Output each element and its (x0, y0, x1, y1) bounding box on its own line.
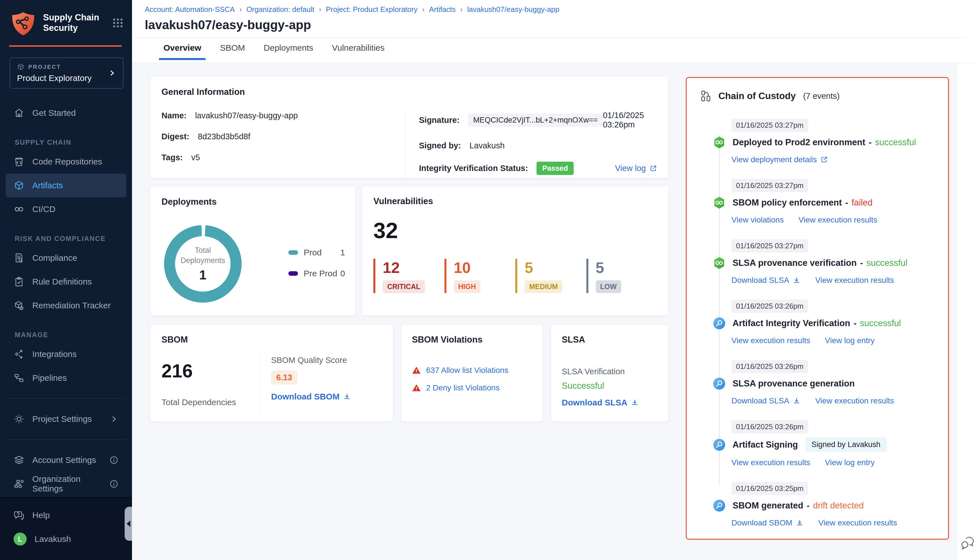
tab-overview[interactable]: Overview (164, 43, 201, 60)
app-switcher-grid-icon[interactable] (112, 17, 124, 28)
home-icon (13, 108, 24, 118)
hierarchy-icon (700, 90, 712, 102)
brand-accent-divider (9, 45, 122, 47)
download-slsa-link[interactable]: Download SLSA (732, 276, 800, 285)
view-log-link[interactable]: View log (615, 163, 657, 173)
card-title: SBOM (162, 335, 382, 345)
view-execution-results-link[interactable]: View execution results (819, 518, 897, 527)
chat-support-icon[interactable] (959, 535, 975, 550)
view-execution-results-link[interactable]: View execution results (799, 215, 877, 225)
info-icon[interactable] (109, 479, 119, 488)
event-title: Deployed to Prod2 environment (733, 137, 865, 148)
sbom-quality-score-label: SBOM Quality Score (271, 356, 351, 365)
app-root: Supply Chain Security PROJECT (0, 0, 979, 560)
signature-value: MEQCICde2VjIT...bL+2+mqnOXw== (468, 113, 603, 127)
sbom-total-dependencies: 216 (162, 360, 259, 382)
remediation-tracker-icon (13, 300, 24, 311)
sidebar-section-manage: MANAGE (15, 331, 132, 339)
allow-list-violations-link[interactable]: 637 Allow list Violations (426, 366, 508, 375)
signed-by-value: Lavakush (469, 141, 505, 150)
breadcrumb-project[interactable]: Project: Product Exploratory (326, 5, 418, 14)
breadcrumb: Account: Automation-SSCA › Organization:… (132, 0, 979, 14)
sidebar-item-project-settings[interactable]: Project Settings (6, 407, 126, 431)
info-icon[interactable] (109, 455, 119, 465)
slsa-verification-status: Successful (562, 381, 658, 391)
digest-label: Digest: (162, 132, 189, 141)
sidebar-divider (6, 439, 126, 440)
right-gutter (957, 63, 979, 560)
sidebar-item-rule-definitions[interactable]: Rule Definitions (6, 270, 126, 293)
warning-icon (412, 383, 421, 392)
collapse-arrow-icon (127, 521, 130, 527)
event-timestamp: 01/16/2025 03:26pm (732, 420, 808, 433)
view-execution-results-link[interactable]: View execution results (815, 397, 894, 405)
donut-total: 1 (199, 267, 207, 283)
sidebar-collapse-handle[interactable] (125, 507, 132, 541)
view-log-entry-link[interactable]: View log entry (825, 336, 874, 345)
sidebar-item-compliance[interactable]: Compliance (6, 246, 126, 270)
chain-timeline: 01/16/2025 03:27pm Deployed to Prod2 env… (700, 118, 940, 527)
event-title: Artifact Signing (733, 440, 798, 450)
project-name: Product Exploratory (17, 73, 108, 83)
breadcrumb-separator: › (422, 5, 424, 14)
sidebar-section-risk: RISK AND COMPLIANCE (15, 235, 132, 243)
sidebar-item-account-settings[interactable]: Account Settings (6, 448, 126, 472)
breadcrumb-organization[interactable]: Organization: default (246, 5, 314, 14)
sidebar-item-organization-settings[interactable]: Organization Settings (6, 472, 126, 496)
sidebar-item-get-started[interactable]: Get Started (6, 101, 126, 125)
app-title: Supply Chain Security (43, 11, 105, 33)
sidebar-item-cicd[interactable]: CI/CD (6, 197, 126, 221)
view-deployment-details-link[interactable]: View deployment details (732, 155, 828, 164)
prod-color-swatch (288, 250, 298, 255)
sidebar-item-remediation-tracker[interactable]: Remediation Tracker (6, 293, 126, 317)
pipeline-hexagon-icon (713, 196, 726, 209)
chain-event-artifact-signing: 01/16/2025 03:26pm Artifact Signing Sign… (700, 420, 940, 467)
gear-icon (13, 413, 24, 424)
download-icon (793, 397, 800, 405)
slsa-verification-label: SLSA Verification (562, 367, 658, 376)
chain-of-custody-panel: Chain of Custody (7 events) 01/16/2025 0… (686, 77, 949, 540)
event-timestamp: 01/16/2025 03:27pm (732, 179, 808, 192)
view-execution-results-link[interactable]: View execution results (732, 458, 810, 467)
pipelines-icon (13, 373, 24, 383)
clipboard-check-icon (13, 276, 24, 287)
download-icon (343, 393, 351, 401)
tab-sbom[interactable]: SBOM (220, 43, 245, 60)
sidebar-item-help[interactable]: Help (6, 503, 126, 527)
sidebar-item-pipelines[interactable]: Pipelines (6, 366, 126, 390)
supply-chain-security-logo-icon (10, 11, 36, 37)
view-execution-results-link[interactable]: View execution results (815, 276, 894, 285)
view-execution-results-link[interactable]: View execution results (732, 336, 810, 345)
project-selector[interactable]: PROJECT Product Exploratory (10, 57, 124, 88)
scan-circle-icon (713, 377, 726, 390)
pipeline-hexagon-icon (713, 136, 726, 149)
severity-low: 5 LOW (586, 259, 658, 293)
breadcrumb-current[interactable]: lavakush07/easy-buggy-app (467, 5, 559, 14)
page-header: Account: Automation-SSCA › Organization:… (132, 0, 979, 63)
event-status: successful (866, 258, 907, 268)
view-violations-link[interactable]: View violations (732, 215, 784, 225)
download-slsa-link[interactable]: Download SLSA (732, 397, 800, 405)
chevron-right-icon (108, 69, 116, 77)
deny-list-violations-link[interactable]: 2 Deny list Violations (426, 383, 500, 392)
chain-event-sbom-policy: 01/16/2025 03:27pm SBOM policy enforceme… (700, 179, 940, 225)
download-sbom-link[interactable]: Download SBOM (732, 518, 804, 527)
sidebar-footer: Help L Lavakush (0, 497, 132, 560)
sidebar-user[interactable]: L Lavakush (6, 527, 126, 551)
artifact-digest: 8d23bd3b5d8f (198, 132, 250, 141)
download-sbom-link[interactable]: Download SBOM (271, 392, 351, 402)
chain-event-slsa-generation: 01/16/2025 03:26pm SLSA provenance gener… (700, 360, 940, 405)
artifact-name: lavakush07/easy-buggy-app (195, 111, 298, 120)
download-slsa-link[interactable]: Download SLSA (562, 398, 639, 407)
signature-label: Signature: (419, 115, 459, 125)
sidebar-item-artifacts[interactable]: Artifacts (6, 173, 126, 197)
breadcrumb-artifacts[interactable]: Artifacts (429, 5, 456, 14)
sidebar-item-integrations[interactable]: Integrations (6, 342, 126, 366)
signature-date: 01/16/2025 03:26pm (603, 111, 657, 129)
view-log-entry-link[interactable]: View log entry (825, 458, 874, 467)
legend-item-prod: Prod 1 (288, 248, 345, 257)
tab-vulnerabilities[interactable]: Vulnerabilities (332, 43, 385, 60)
breadcrumb-account[interactable]: Account: Automation-SSCA (145, 5, 235, 14)
tab-deployments[interactable]: Deployments (264, 43, 313, 60)
sidebar-item-code-repositories[interactable]: Code Repositories (6, 150, 126, 173)
